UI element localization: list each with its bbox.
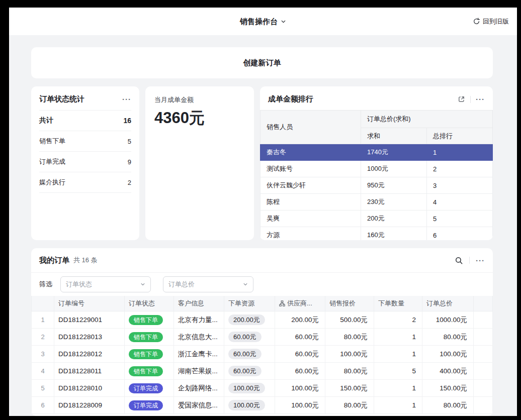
supplier-cell: 60.00元 bbox=[275, 363, 325, 380]
page-title: 销售操作台 bbox=[240, 17, 278, 26]
status-badge: 销售下单 bbox=[129, 332, 163, 342]
col-supplier[interactable]: 供应商... bbox=[275, 296, 325, 311]
status-row[interactable]: 共计16 bbox=[39, 111, 131, 131]
qty-cell: 5 bbox=[374, 363, 422, 380]
revert-icon bbox=[473, 18, 480, 25]
customer-cell: 浙江金鹰卡... bbox=[174, 346, 224, 363]
create-order-button[interactable]: 创建新订单 bbox=[31, 47, 493, 78]
status-row[interactable]: 媒介执行2 bbox=[39, 172, 131, 193]
order-status-cell: 订单完成 bbox=[125, 397, 174, 414]
filter-bar: 筛选 订单状态 订单总价 bbox=[31, 273, 493, 296]
col-rank[interactable]: 总排行 bbox=[427, 128, 493, 144]
ranking-card-title: 成单金额排行 bbox=[268, 94, 313, 104]
ranking-row[interactable]: 陈程230元4 bbox=[260, 194, 493, 211]
qty-cell: 1 bbox=[374, 346, 422, 363]
select-placeholder: 订单总价 bbox=[168, 280, 195, 289]
order-status-cell: 销售下单 bbox=[125, 346, 174, 363]
order-id-cell: DD181228013 bbox=[54, 329, 125, 346]
empty-cell bbox=[474, 346, 493, 363]
chevron-down-icon bbox=[281, 19, 286, 24]
sum-cell: 950元 bbox=[361, 177, 427, 194]
app-window: 销售操作台 回到旧版 创建新订单 订单状态统计 bbox=[9, 8, 517, 416]
quote-cell: 80.00元 bbox=[325, 363, 374, 380]
qty-cell: 1 bbox=[374, 380, 422, 397]
col-sales-quote[interactable]: 销售报价 bbox=[325, 296, 374, 311]
table-row[interactable]: 1DD181229001销售下单北京有力量...200.00元200.00元50… bbox=[32, 311, 493, 329]
col-order-qty[interactable]: 下单数量 bbox=[374, 296, 422, 311]
order-status-card: 订单状态统计 ··· 共计16销售下单5订单完成9媒介执行2 bbox=[31, 86, 139, 240]
col-customer-info[interactable]: 客户信息 bbox=[174, 296, 224, 311]
rank-cell: 6 bbox=[427, 227, 493, 241]
col-order-resource[interactable]: 下单资源 bbox=[224, 296, 275, 311]
amount-value: 4360元 bbox=[154, 108, 245, 129]
customer-cell: 北京有力量... bbox=[174, 311, 224, 329]
order-status-cell: 订单完成 bbox=[125, 380, 174, 397]
total-cell: 80.00元 bbox=[422, 397, 474, 414]
ranking-row[interactable]: 秦吉冬1740元1 bbox=[260, 144, 493, 161]
status-value: 5 bbox=[128, 138, 131, 145]
status-card-title: 订单状态统计 bbox=[39, 94, 84, 104]
table-row[interactable]: 6DD181228009订单完成爱国家信息...100.00元100.00元80… bbox=[32, 397, 493, 414]
workspace-switcher[interactable]: 销售操作台 bbox=[240, 17, 286, 26]
ranking-row[interactable]: 伙伴云魏少轩950元3 bbox=[260, 177, 493, 194]
customer-cell: 北京信息大... bbox=[174, 329, 224, 346]
col-trailing-empty bbox=[474, 296, 493, 311]
more-menu-icon[interactable]: ··· bbox=[476, 257, 485, 264]
rank-cell: 2 bbox=[427, 161, 493, 177]
dashboard-page: 创建新订单 订单状态统计 ··· 共计16销售下单5订单完成9媒介执行2 当月成… bbox=[9, 35, 517, 416]
col-sum[interactable]: 求和 bbox=[361, 128, 427, 144]
order-id-cell: DD181228010 bbox=[54, 380, 125, 397]
resource-tag: 200.00元 bbox=[228, 314, 265, 325]
supplier-cell: 60.00元 bbox=[275, 346, 325, 363]
sales-person-cell: 陈程 bbox=[260, 194, 361, 211]
sales-person-cell: 伙伴云魏少轩 bbox=[260, 177, 361, 194]
export-icon[interactable] bbox=[458, 95, 465, 103]
row-index-cell: 6 bbox=[32, 397, 54, 414]
search-icon[interactable] bbox=[455, 256, 463, 265]
row-index-header bbox=[32, 296, 54, 311]
more-menu-icon[interactable]: ··· bbox=[476, 95, 485, 103]
qty-cell: 1 bbox=[374, 329, 422, 346]
ranking-card: 成单金额排行 ··· bbox=[260, 86, 493, 240]
select-placeholder: 订单状态 bbox=[66, 280, 92, 289]
order-status-cell: 销售下单 bbox=[125, 329, 174, 346]
col-order-total-group[interactable]: 订单总价(求和) bbox=[361, 111, 493, 128]
status-row[interactable]: 订单完成9 bbox=[39, 152, 131, 172]
col-order-total[interactable]: 订单总价 bbox=[422, 296, 474, 311]
order-status-filter-select[interactable]: 订单状态 bbox=[60, 276, 151, 292]
sales-person-cell: 秦吉冬 bbox=[260, 144, 361, 161]
chevron-down-icon bbox=[243, 282, 248, 287]
orders-card-header: 我的订单 共 16 条 ··· bbox=[31, 248, 493, 273]
status-row[interactable]: 销售下单5 bbox=[39, 131, 131, 152]
order-total-filter-select[interactable]: 订单总价 bbox=[163, 276, 253, 292]
status-label: 共计 bbox=[39, 116, 53, 125]
customer-cell: 企划路网络... bbox=[174, 380, 224, 397]
ranking-row[interactable]: 测试账号1000元2 bbox=[260, 161, 493, 177]
resource-tag: 60.00元 bbox=[228, 366, 262, 376]
table-row[interactable]: 3DD181228012销售下单浙江金鹰卡...60.00元60.00元100.… bbox=[32, 346, 493, 363]
table-row[interactable]: 5DD181228010订单完成企划路网络...100.00元100.00元15… bbox=[32, 380, 493, 397]
col-order-status[interactable]: 订单状态 bbox=[125, 296, 174, 311]
table-row[interactable]: 4DD181228011销售下单湖南芒果娱...60.00元60.00元80.0… bbox=[32, 363, 493, 380]
ranking-row[interactable]: 方源160元6 bbox=[260, 227, 493, 241]
chevron-down-icon bbox=[140, 282, 145, 287]
empty-cell bbox=[474, 311, 493, 329]
sum-cell: 230元 bbox=[361, 194, 427, 211]
sum-cell: 200元 bbox=[361, 211, 427, 227]
resource-cell: 200.00元 bbox=[224, 311, 275, 329]
back-to-old-version-button[interactable]: 回到旧版 bbox=[473, 17, 509, 26]
customer-cell: 湖南芒果娱... bbox=[174, 363, 224, 380]
ranking-row[interactable]: 吴爽200元5 bbox=[260, 211, 493, 227]
qty-cell: 2 bbox=[374, 311, 422, 329]
total-cell: 80.00元 bbox=[422, 329, 474, 346]
table-row[interactable]: 2DD181228013销售下单北京信息大...60.00元60.00元80.0… bbox=[32, 329, 493, 346]
row-index-cell: 1 bbox=[32, 311, 54, 329]
col-sales-person[interactable]: 销售人员 bbox=[260, 111, 361, 144]
qty-cell: 1 bbox=[374, 397, 422, 414]
divider bbox=[469, 257, 470, 264]
resource-cell: 100.00元 bbox=[224, 380, 275, 397]
col-order-id[interactable]: 订单编号 bbox=[54, 296, 125, 311]
quote-cell: 500.00元 bbox=[325, 311, 374, 329]
more-menu-icon[interactable]: ··· bbox=[122, 95, 131, 103]
quote-cell: 150.00元 bbox=[325, 380, 374, 397]
